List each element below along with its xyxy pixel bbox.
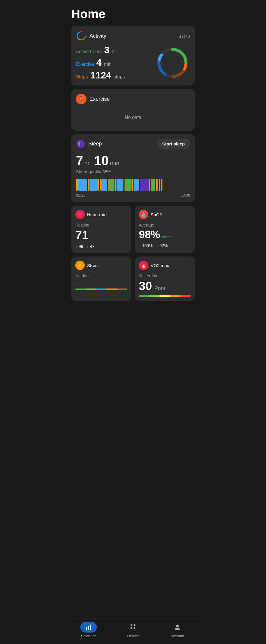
sleep-minutes: 10 <box>94 153 109 168</box>
vo2max-yesterday-label: Yesterday <box>139 274 191 278</box>
stress-no-data: No data <box>75 274 127 278</box>
vo2max-card[interactable]: 🔥 VO2 max Yesterday 30 Poor <box>135 256 195 301</box>
exercise-icon: 🏃 <box>76 94 87 104</box>
sleep-title: Sleep <box>88 141 102 147</box>
stress-title: Stress <box>87 263 100 268</box>
start-sleep-button[interactable]: Start sleep <box>157 139 190 149</box>
spo2-up-arrow: ↑ <box>139 243 141 248</box>
vo2max-icon: 🔥 <box>139 261 148 270</box>
heart-rate-title: Heart rate <box>87 212 107 217</box>
heart-rate-resting-label: Resting <box>75 223 127 227</box>
heart-rate-card[interactable]: ❤️ Heart rate Resting 71 ↑ 96 ↓ 47 <box>71 206 131 253</box>
page-title: Home <box>71 7 195 21</box>
exercise-label: Exercise <box>76 62 94 67</box>
active-hours-value: 3 <box>104 45 109 56</box>
vo2max-color-bar <box>139 295 191 297</box>
vo2max-title: VO2 max <box>151 263 169 268</box>
spo2-value: 98% <box>139 229 160 241</box>
sleep-minutes-unit: min <box>110 160 119 167</box>
steps-value: 1124 <box>90 70 111 81</box>
heart-rate-icon: ❤️ <box>75 210 85 219</box>
activity-title: Activity <box>89 33 106 39</box>
sleep-end-time: 08:39 <box>180 193 190 197</box>
vo2max-status: Poor <box>154 285 166 291</box>
exercise-unit: min <box>104 62 112 67</box>
sleep-icon <box>76 139 85 149</box>
exercise-card-title: Exercise <box>89 96 110 102</box>
sleep-hours-unit: hr <box>84 160 89 167</box>
heart-rate-max: 96 <box>79 244 83 249</box>
exercise-no-data: No data <box>76 109 190 126</box>
heart-rate-value: 71 <box>75 229 127 242</box>
sleep-start-time: 01:28 <box>76 193 86 197</box>
spo2-status: Normal <box>161 235 174 239</box>
spo2-max: 100% <box>142 243 153 248</box>
active-hours-label: Active hours <box>76 49 102 54</box>
exercise-value: 4 <box>96 57 102 68</box>
sleep-hours: 7 <box>76 153 83 168</box>
active-hours-unit: hr <box>112 49 116 54</box>
vo2max-value: 30 <box>139 279 152 293</box>
stress-color-bar <box>75 289 127 290</box>
heart-rate-down-arrow: ↓ <box>87 244 89 249</box>
heart-rate-up-arrow: ↑ <box>75 244 77 249</box>
steps-unit: steps <box>114 74 125 80</box>
stress-icon: ⚡ <box>75 261 85 270</box>
spo2-down-arrow: ↓ <box>156 243 158 248</box>
svg-point-10 <box>77 140 85 148</box>
spo2-min: 92% <box>159 243 168 248</box>
steps-label: Steps <box>76 74 88 80</box>
stress-dash: — <box>75 279 127 286</box>
exercise-card[interactable]: 🏃 Exercise No data <box>71 89 195 131</box>
heart-rate-min: 47 <box>90 244 95 249</box>
stress-card[interactable]: ⚡ Stress No data — <box>71 256 131 301</box>
sleep-quality: Sleep quality 85% <box>76 169 190 174</box>
spo2-icon: 💧 <box>139 210 148 219</box>
activity-card[interactable]: Activity 17:49 Active hours 3 hr Exercis… <box>71 26 195 85</box>
spo2-card[interactable]: 💧 SpO2 Average 98% Normal ↑ 100% ↓ 92% <box>135 206 195 253</box>
spo2-title: SpO2 <box>151 212 162 217</box>
activity-icon <box>76 31 87 41</box>
activity-timestamp: 17:49 <box>179 33 190 38</box>
sleep-bar-chart <box>76 179 190 191</box>
spo2-average-label: Average <box>139 223 191 227</box>
sleep-card[interactable]: Sleep Start sleep 7 hr 10 min Sleep qual… <box>71 134 195 202</box>
activity-ring-chart <box>155 45 190 80</box>
